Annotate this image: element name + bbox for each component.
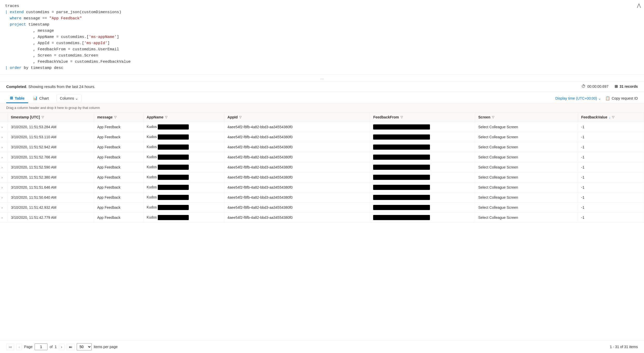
cell-message: App Feedback [94,182,143,192]
cell-screen: Select Colleague Screen [475,152,578,162]
cell-feedbackvalue: -1 [578,182,644,192]
table-row: › 3/10/2020, 11:51:51.646 AM App Feedbac… [0,182,644,192]
next-page-button[interactable]: › [59,344,65,350]
table-row: › 3/10/2020, 11:51:52.380 AM App Feedbac… [0,172,644,182]
expand-icon[interactable]: › [2,216,3,220]
feedbackfrom-redacted [373,205,430,210]
col-screen[interactable]: Screen ▽ [475,113,578,122]
tab-chart-label: Chart [39,96,49,100]
tab-table[interactable]: ⊞ Table [6,94,28,103]
cell-feedbackfrom [370,132,475,142]
of-value: 1 [55,345,57,349]
first-page-button[interactable]: ⏮ [6,344,14,350]
toolbar-left: ⊞ Table 📊 Chart Columns ⌄ [6,94,82,103]
collapse-button[interactable]: ⋀ [637,2,641,10]
cell-timestamp: 3/10/2020, 11:51:42.779 AM [8,213,94,223]
cell-timestamp: 3/10/2020, 11:51:42.932 AM [8,203,94,213]
page-label: Page [24,345,33,349]
pagination-controls: ⏮ ‹ Page of 1 › ⏭ 50 100 200 items per p… [6,343,117,350]
cell-feedbackfrom [370,172,475,182]
cell-feedbackvalue: -1 [578,172,644,182]
table-wrapper[interactable]: timestamp [UTC] ▽ message ▽ AppName ▽ [0,113,644,223]
cell-message: App Feedback [94,152,143,162]
cell-appid: 4aee54f2-f8fb-4a82-bbd3-aa34554380f0 [224,213,370,223]
feedbackvalue-sort-icon[interactable]: ↓ [609,115,611,119]
expand-cell[interactable]: › [0,192,8,203]
tab-chart[interactable]: 📊 Chart [29,94,52,103]
cell-appid: 4aee54f2-f8fb-4a82-bbd3-aa34554380f0 [224,162,370,172]
col-appname[interactable]: AppName ▽ [143,113,224,122]
cell-appname: Kudos [143,122,224,132]
appname-redacted [158,145,189,150]
expand-cell[interactable]: › [0,203,8,213]
code-line-2: | extend customdims = parse_json(customD… [5,9,639,15]
pagination-bar: ⏮ ‹ Page of 1 › ⏭ 50 100 200 items per p… [0,340,644,353]
cell-appname: Kudos [143,213,224,223]
code-editor[interactable]: traces | extend customdims = parse_json(… [0,0,644,75]
col-message[interactable]: message ▽ [94,113,143,122]
table-row: › 3/10/2020, 11:51:42.932 AM App Feedbac… [0,203,644,213]
toolbar-right: Display time (UTC+00:00) ⌄ 📋 Copy reques… [555,96,638,101]
expand-icon[interactable]: › [2,146,3,149]
expand-icon[interactable]: › [2,196,3,199]
expand-icon[interactable]: › [2,135,3,139]
prev-page-button[interactable]: ‹ [16,344,22,350]
table-row: › 3/10/2020, 11:51:52.590 AM App Feedbac… [0,162,644,172]
timestamp-filter-icon[interactable]: ▽ [42,115,44,119]
expand-icon[interactable]: › [2,125,3,129]
code-line-6: , AppName = customdims.['ms-appName'] [5,34,639,40]
expand-icon[interactable]: › [2,156,3,159]
cell-feedbackvalue: -1 [578,213,644,223]
feedbackfrom-redacted [373,165,430,170]
cell-feedbackfrom [370,162,475,172]
expand-cell[interactable]: › [0,122,8,132]
display-time-label: Display time (UTC+00:00) [555,96,597,100]
expand-cell[interactable]: › [0,182,8,192]
screen-filter-icon[interactable]: ▽ [492,115,494,119]
cell-timestamp: 3/10/2020, 11:51:52.380 AM [8,172,94,182]
code-line-3: where message == "App Feedback" [5,15,639,22]
appname-filter-icon[interactable]: ▽ [165,115,167,119]
expand-cell[interactable]: › [0,213,8,223]
col-timestamp[interactable]: timestamp [UTC] ▽ [8,113,94,122]
cell-timestamp: 3/10/2020, 11:51:53.284 AM [8,122,94,132]
expand-icon[interactable]: › [2,176,3,179]
cell-feedbackfrom [370,213,475,223]
expand-cell[interactable]: › [0,152,8,162]
copy-icon: 📋 [605,96,610,101]
col-appid[interactable]: AppId ▽ [224,113,370,122]
col-screen-label: Screen [478,115,490,119]
appname-redacted [158,124,189,130]
last-page-button[interactable]: ⏭ [67,344,75,350]
cell-feedbackfrom [370,122,475,132]
appname-redacted [158,195,189,200]
copy-request-button[interactable]: 📋 Copy request ID [605,96,638,101]
col-appname-label: AppName [147,115,163,119]
expand-icon[interactable]: › [2,186,3,189]
col-feedbackfrom[interactable]: FeedbackFrom ▽ [370,113,475,122]
expand-cell[interactable]: › [0,162,8,172]
col-feedbackvalue[interactable]: FeedbackValue ↓ ▽ [578,113,644,122]
of-label: of [50,345,53,349]
col-feedbackvalue-label: FeedbackValue [581,115,607,119]
expand-icon[interactable]: › [2,166,3,169]
cell-feedbackfrom [370,192,475,203]
message-filter-icon[interactable]: ▽ [114,115,116,119]
expand-cell[interactable]: › [0,172,8,182]
appid-filter-icon[interactable]: ▽ [239,115,241,119]
cell-feedbackvalue: -1 [578,203,644,213]
expand-cell[interactable]: › [0,132,8,142]
per-page-select[interactable]: 50 100 200 [77,343,92,350]
expand-cell[interactable]: › [0,142,8,152]
page-input[interactable] [35,343,48,350]
cell-appname: Kudos [143,172,224,182]
cell-appid: 4aee54f2-f8fb-4a82-bbd3-aa34554380f0 [224,142,370,152]
feedbackvalue-filter-icon[interactable]: ▽ [612,115,614,119]
columns-button[interactable]: Columns ⌄ [57,94,82,102]
feedbackfrom-redacted [373,155,430,160]
cell-timestamp: 3/10/2020, 11:51:52.942 AM [8,142,94,152]
cell-message: App Feedback [94,122,143,132]
feedbackfrom-filter-icon[interactable]: ▽ [400,115,403,119]
expand-icon[interactable]: › [2,206,3,210]
display-time-button[interactable]: Display time (UTC+00:00) ⌄ [555,96,601,100]
